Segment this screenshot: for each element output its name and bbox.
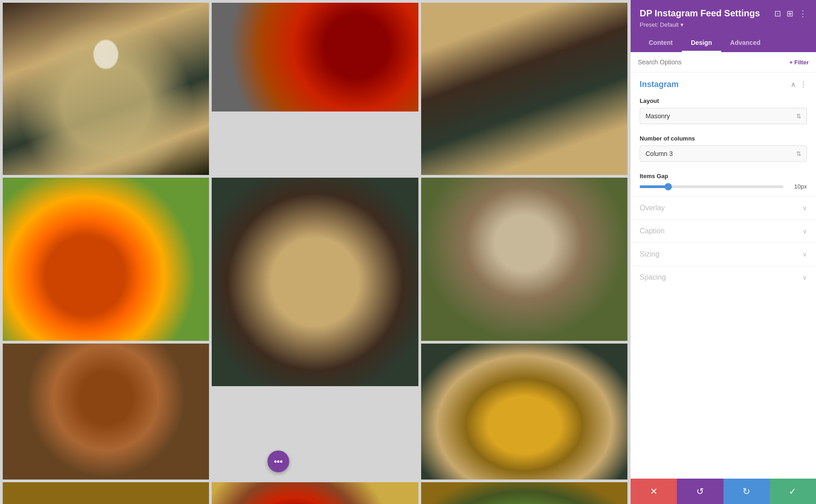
float-menu-button[interactable]: ••• bbox=[267, 451, 289, 472]
layout-group: Layout Masonry Grid Carousel ⇅ bbox=[631, 93, 816, 131]
items-gap-slider-row: 10px bbox=[640, 183, 807, 190]
cancel-button[interactable]: ✕ bbox=[631, 479, 677, 504]
panel-preset[interactable]: Preset: Default ▾ bbox=[640, 21, 807, 28]
slider-fill bbox=[640, 185, 668, 188]
filter-button[interactable]: + Filter bbox=[789, 59, 809, 66]
photo-cell bbox=[421, 178, 627, 341]
overlay-chevron: ∨ bbox=[802, 204, 807, 212]
tab-content[interactable]: Content bbox=[640, 34, 682, 52]
spacing-chevron: ∨ bbox=[802, 274, 807, 281]
panel-title: DP Instagram Feed Settings bbox=[640, 8, 760, 19]
caption-title: Caption bbox=[640, 227, 665, 235]
photo-cell bbox=[212, 3, 418, 111]
photo-cell bbox=[212, 178, 418, 386]
section-more-icon[interactable]: ⋮ bbox=[800, 80, 807, 89]
tab-design[interactable]: Design bbox=[682, 34, 721, 52]
items-gap-value: 10px bbox=[789, 183, 807, 190]
section-title: Instagram bbox=[640, 80, 679, 89]
panel-header: DP Instagram Feed Settings ⊡ ⊞ ⋮ Preset:… bbox=[631, 0, 816, 52]
layout-icon[interactable]: ⊞ bbox=[787, 9, 793, 19]
columns-label: Number of columns bbox=[640, 135, 807, 142]
tab-advanced[interactable]: Advanced bbox=[721, 34, 770, 52]
photo-cell bbox=[3, 344, 209, 480]
layout-label: Layout bbox=[640, 97, 807, 104]
search-input[interactable] bbox=[638, 58, 786, 66]
photo-cell bbox=[3, 3, 209, 175]
panel-title-icons: ⊡ ⊞ ⋮ bbox=[774, 9, 807, 19]
columns-select-wrapper: Column 1 Column 2 Column 3 Column 4 ⇅ bbox=[640, 145, 807, 162]
caption-chevron: ∨ bbox=[802, 228, 807, 235]
columns-group: Number of columns Column 1 Column 2 Colu… bbox=[631, 131, 816, 168]
items-gap-label: Items Gap bbox=[640, 173, 807, 179]
overlay-section[interactable]: Overlay ∨ bbox=[631, 196, 816, 219]
columns-select[interactable]: Column 1 Column 2 Column 3 Column 4 bbox=[640, 145, 807, 162]
items-gap-group: Items Gap 10px bbox=[631, 168, 816, 196]
collapse-icon[interactable]: ∧ bbox=[791, 80, 796, 89]
sizing-section[interactable]: Sizing ∨ bbox=[631, 242, 816, 266]
save-button[interactable]: ✓ bbox=[770, 479, 816, 504]
more-options-icon[interactable]: ⋮ bbox=[799, 9, 807, 19]
overlay-title: Overlay bbox=[640, 204, 665, 212]
dots-icon: ••• bbox=[274, 457, 283, 466]
screen-icon[interactable]: ⊡ bbox=[774, 9, 781, 19]
bottom-bar: ✕ ↺ ↻ ✓ bbox=[631, 479, 816, 504]
undo-button[interactable]: ↺ bbox=[677, 479, 723, 504]
instagram-section-header: Instagram ∧ ⋮ bbox=[631, 73, 816, 93]
panel-tabs: Content Design Advanced bbox=[640, 34, 807, 52]
sizing-title: Sizing bbox=[640, 250, 660, 258]
settings-panel: DP Instagram Feed Settings ⊡ ⊞ ⋮ Preset:… bbox=[630, 0, 816, 504]
spacing-title: Spacing bbox=[640, 273, 666, 281]
panel-body: + Filter Instagram ∧ ⋮ Layout Masonry Gr… bbox=[631, 52, 816, 479]
photo-grid bbox=[0, 0, 630, 504]
section-header-icons: ∧ ⋮ bbox=[791, 80, 807, 89]
spacing-section[interactable]: Spacing ∨ bbox=[631, 266, 816, 289]
photo-cell bbox=[421, 482, 627, 504]
slider-track[interactable] bbox=[640, 185, 783, 188]
photo-cell bbox=[421, 3, 627, 175]
search-row: + Filter bbox=[631, 52, 816, 73]
caption-section[interactable]: Caption ∨ bbox=[631, 219, 816, 242]
photo-cell bbox=[3, 482, 209, 504]
layout-select-wrapper: Masonry Grid Carousel ⇅ bbox=[640, 108, 807, 124]
layout-select[interactable]: Masonry Grid Carousel bbox=[640, 108, 807, 124]
photo-cell bbox=[421, 344, 627, 480]
photo-cell bbox=[3, 178, 209, 341]
photo-cell bbox=[212, 482, 418, 504]
redo-button[interactable]: ↻ bbox=[724, 479, 770, 504]
sizing-chevron: ∨ bbox=[802, 251, 807, 258]
slider-thumb[interactable] bbox=[665, 183, 672, 190]
